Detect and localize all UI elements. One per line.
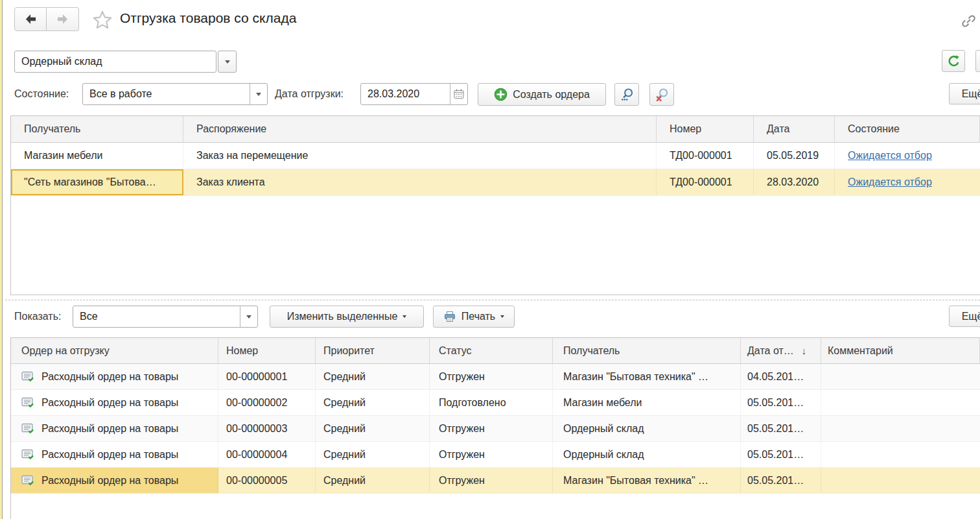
- shipment-from-warehouse-window: Отгрузка товаров со склада Ордерный скла…: [0, 0, 980, 519]
- cell-recipient[interactable]: Магазин мебели: [11, 143, 183, 169]
- cell-priority[interactable]: Средний: [316, 390, 430, 415]
- cell-doc[interactable]: Расходный ордер на товары: [11, 442, 218, 467]
- cell-priority[interactable]: Средний: [316, 364, 430, 389]
- forward-button[interactable]: [47, 7, 79, 31]
- cell-comment[interactable]: [821, 442, 980, 467]
- nav-buttons: [14, 7, 79, 31]
- column-header-order[interactable]: Распоряжение: [183, 116, 657, 142]
- cell-status[interactable]: Отгружен: [430, 442, 553, 467]
- show-combobox[interactable]: Все: [73, 306, 258, 328]
- state-dropdown-button[interactable]: [250, 84, 267, 104]
- state-link[interactable]: Ожидается отбор: [848, 150, 932, 162]
- cell-doc[interactable]: Расходный ордер на товары: [11, 416, 218, 441]
- cell-recipient[interactable]: Ордерный склад: [553, 416, 741, 441]
- plus-icon: [494, 88, 508, 101]
- warehouse-dropdown-button[interactable]: [218, 51, 237, 73]
- cell-order[interactable]: Заказ на перемещение: [183, 143, 657, 169]
- print-button[interactable]: Печать: [433, 306, 515, 328]
- cell-recipient[interactable]: Ордерный склад: [553, 442, 741, 467]
- cell-priority[interactable]: Средний: [316, 442, 430, 467]
- table-row-selected[interactable]: Расходный ордер на товары 00-00000005 Ср…: [11, 468, 980, 494]
- cell-ship-date[interactable]: 05.05.201…: [741, 442, 821, 467]
- cell-doc-current[interactable]: Расходный ордер на товары: [11, 468, 218, 493]
- table-row[interactable]: Расходный ордер на товары 00-00000003 Ср…: [11, 416, 980, 442]
- ship-date-label: Дата отгрузки:: [275, 88, 344, 100]
- state-combobox[interactable]: Все в работе: [82, 83, 268, 105]
- back-button[interactable]: [14, 7, 47, 31]
- cell-priority[interactable]: Средний: [316, 468, 430, 493]
- cell-comment[interactable]: [821, 468, 980, 493]
- cancel-search-button[interactable]: [649, 83, 674, 106]
- cell-ship-date[interactable]: 05.05.201…: [741, 416, 821, 441]
- column-header-status[interactable]: Статус: [430, 338, 553, 363]
- cell-number[interactable]: 00-00000004: [218, 442, 316, 467]
- cell-date[interactable]: 05.05.2019: [754, 143, 835, 169]
- column-header-doc[interactable]: Ордер на отгрузку: [11, 338, 218, 363]
- cell-comment[interactable]: [821, 364, 980, 389]
- table-row[interactable]: Расходный ордер на товары 00-00000001 Ср…: [11, 364, 980, 390]
- warehouse-input[interactable]: Ордерный склад: [14, 51, 216, 73]
- cell-status[interactable]: Отгружен: [430, 416, 553, 441]
- search-button[interactable]: [614, 83, 639, 106]
- create-orders-button[interactable]: Создать ордера: [478, 83, 606, 106]
- cell-recipient[interactable]: Магазин мебели: [553, 390, 741, 415]
- edit-selected-button[interactable]: Изменить выделенные: [270, 306, 424, 328]
- clipped-toolbar-button[interactable]: [975, 50, 980, 72]
- cell-number[interactable]: ТД00-000001: [657, 169, 754, 195]
- column-header-recipient[interactable]: Получатель: [553, 338, 741, 363]
- cell-state: Ожидается отбор: [835, 143, 980, 169]
- cell-doc[interactable]: Расходный ордер на товары: [11, 390, 218, 415]
- cell-number[interactable]: ТД00-000001: [657, 143, 754, 169]
- table-row-selected[interactable]: "Сеть магазинов "Бытова… Заказ клиента Т…: [11, 169, 980, 196]
- cell-number[interactable]: 00-00000005: [218, 468, 316, 493]
- cell-number[interactable]: 00-00000002: [218, 390, 316, 415]
- cell-comment[interactable]: [821, 390, 980, 415]
- cell-number[interactable]: 00-00000001: [218, 364, 316, 389]
- ship-date-input[interactable]: 28.03.2020: [360, 83, 468, 105]
- cell-number[interactable]: 00-00000003: [218, 416, 316, 441]
- link-icon[interactable]: [961, 13, 977, 29]
- ship-date-header-label: Дата от…: [747, 345, 794, 357]
- column-header-number[interactable]: Номер: [218, 338, 316, 363]
- column-header-priority[interactable]: Приоритет: [316, 338, 430, 363]
- cell-order[interactable]: Заказ клиента: [183, 169, 657, 195]
- cell-recipient-current[interactable]: "Сеть магазинов "Бытова…: [11, 169, 183, 195]
- more-button-bottom[interactable]: Ещё: [949, 306, 980, 327]
- document-icon: [21, 423, 34, 434]
- show-dropdown-button[interactable]: [240, 306, 257, 327]
- chevron-down-icon: [225, 60, 230, 64]
- cell-ship-date[interactable]: 05.05.201…: [741, 468, 821, 493]
- refresh-icon: [947, 54, 961, 68]
- cell-status[interactable]: Отгружен: [430, 468, 553, 493]
- cell-status[interactable]: Подготовлено: [430, 390, 553, 415]
- chevron-down-icon: [256, 93, 261, 96]
- cell-ship-date[interactable]: 05.05.201…: [741, 390, 821, 415]
- refresh-button[interactable]: [942, 50, 965, 72]
- state-value: Все в работе: [89, 88, 250, 100]
- favorite-star-icon[interactable]: [91, 9, 113, 31]
- cell-recipient[interactable]: Магазин "Бытовая техника" …: [553, 364, 741, 389]
- doc-type-label: Расходный ордер на товары: [41, 397, 178, 409]
- calendar-button[interactable]: [450, 84, 467, 104]
- state-link[interactable]: Ожидается отбор: [848, 176, 932, 188]
- table-row[interactable]: Расходный ордер на товары 00-00000002 Ср…: [11, 390, 980, 416]
- cell-date[interactable]: 28.03.2020: [754, 169, 835, 195]
- cell-ship-date[interactable]: 04.05.201…: [741, 364, 821, 389]
- column-header-state[interactable]: Состояние: [835, 116, 980, 142]
- cell-status[interactable]: Отгружен: [430, 364, 553, 389]
- column-header-date[interactable]: Дата: [754, 116, 835, 142]
- cancel-search-icon: [655, 87, 670, 102]
- column-header-comment[interactable]: Комментарий: [821, 338, 980, 363]
- table-row[interactable]: Магазин мебели Заказ на перемещение ТД00…: [11, 143, 980, 169]
- cell-priority[interactable]: Средний: [316, 416, 430, 441]
- cell-recipient[interactable]: Магазин "Бытовая техника" …: [553, 468, 741, 493]
- column-header-recipient[interactable]: Получатель: [11, 116, 183, 142]
- cell-doc[interactable]: Расходный ордер на товары: [11, 364, 218, 389]
- cell-comment[interactable]: [821, 416, 980, 441]
- splitter-handle[interactable]: [5, 300, 980, 300]
- document-icon: [21, 397, 34, 408]
- more-button-top[interactable]: Ещё: [949, 83, 980, 104]
- column-header-number[interactable]: Номер: [657, 116, 754, 142]
- table-row[interactable]: Расходный ордер на товары 00-00000004 Ср…: [11, 442, 980, 468]
- column-header-ship-date[interactable]: Дата от… ↓: [741, 338, 821, 363]
